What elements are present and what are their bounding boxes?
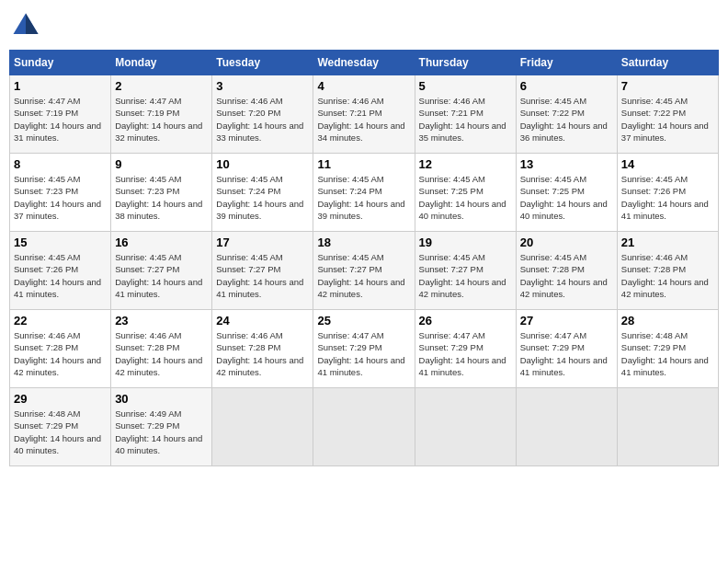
day-info: Sunrise: 4:49 AMSunset: 7:29 PMDaylight:… xyxy=(115,408,202,455)
calendar-day-cell xyxy=(415,388,516,466)
calendar-day-cell: 11 Sunrise: 4:45 AMSunset: 7:24 PMDaylig… xyxy=(313,154,415,232)
calendar-day-header: Wednesday xyxy=(313,51,415,75)
day-info: Sunrise: 4:45 AMSunset: 7:27 PMDaylight:… xyxy=(317,252,404,299)
day-info: Sunrise: 4:45 AMSunset: 7:28 PMDaylight:… xyxy=(520,252,608,299)
day-info: Sunrise: 4:45 AMSunset: 7:23 PMDaylight:… xyxy=(115,174,202,221)
calendar-day-cell: 12 Sunrise: 4:45 AMSunset: 7:25 PMDaylig… xyxy=(415,154,516,232)
calendar-day-cell: 7 Sunrise: 4:45 AMSunset: 7:22 PMDayligh… xyxy=(617,75,718,154)
calendar-day-cell xyxy=(212,388,313,466)
calendar-table: SundayMondayTuesdayWednesdayThursdayFrid… xyxy=(9,50,719,466)
calendar-day-cell: 27 Sunrise: 4:47 AMSunset: 7:29 PMDaylig… xyxy=(516,310,617,388)
day-info: Sunrise: 4:45 AMSunset: 7:23 PMDaylight:… xyxy=(14,174,101,221)
calendar-day-cell: 18 Sunrise: 4:45 AMSunset: 7:27 PMDaylig… xyxy=(313,232,415,310)
day-info: Sunrise: 4:48 AMSunset: 7:29 PMDaylight:… xyxy=(621,330,709,377)
day-info: Sunrise: 4:46 AMSunset: 7:21 PMDaylight:… xyxy=(419,96,506,143)
calendar-day-cell: 14 Sunrise: 4:45 AMSunset: 7:26 PMDaylig… xyxy=(617,154,718,232)
calendar-day-cell: 26 Sunrise: 4:47 AMSunset: 7:29 PMDaylig… xyxy=(415,310,516,388)
day-number: 15 xyxy=(14,236,107,249)
day-number: 21 xyxy=(621,236,714,249)
logo-icon xyxy=(9,9,42,42)
day-info: Sunrise: 4:46 AMSunset: 7:20 PMDaylight:… xyxy=(216,96,303,143)
calendar-body: 1 Sunrise: 4:47 AMSunset: 7:19 PMDayligh… xyxy=(10,75,719,466)
calendar-week-row: 22 Sunrise: 4:46 AMSunset: 7:28 PMDaylig… xyxy=(10,310,719,388)
calendar-header-row: SundayMondayTuesdayWednesdayThursdayFrid… xyxy=(10,51,719,75)
calendar-day-header: Saturday xyxy=(617,51,718,75)
day-number: 26 xyxy=(419,314,512,327)
day-number: 5 xyxy=(419,79,512,93)
day-info: Sunrise: 4:46 AMSunset: 7:21 PMDaylight:… xyxy=(317,96,404,143)
calendar-day-cell: 24 Sunrise: 4:46 AMSunset: 7:28 PMDaylig… xyxy=(212,310,313,388)
day-number: 8 xyxy=(14,157,107,171)
calendar-day-cell: 3 Sunrise: 4:46 AMSunset: 7:20 PMDayligh… xyxy=(212,75,313,154)
day-number: 6 xyxy=(520,79,613,93)
day-info: Sunrise: 4:47 AMSunset: 7:19 PMDaylight:… xyxy=(115,96,202,143)
day-number: 22 xyxy=(14,314,107,327)
day-info: Sunrise: 4:45 AMSunset: 7:24 PMDaylight:… xyxy=(216,174,303,221)
day-info: Sunrise: 4:45 AMSunset: 7:22 PMDaylight:… xyxy=(520,96,608,143)
day-info: Sunrise: 4:45 AMSunset: 7:27 PMDaylight:… xyxy=(115,252,202,299)
day-number: 24 xyxy=(216,314,309,327)
day-info: Sunrise: 4:45 AMSunset: 7:26 PMDaylight:… xyxy=(621,174,709,221)
calendar-day-header: Monday xyxy=(111,51,212,75)
calendar-day-cell: 1 Sunrise: 4:47 AMSunset: 7:19 PMDayligh… xyxy=(10,75,111,154)
day-info: Sunrise: 4:47 AMSunset: 7:29 PMDaylight:… xyxy=(419,330,506,377)
calendar-day-header: Thursday xyxy=(415,51,516,75)
calendar-day-cell: 8 Sunrise: 4:45 AMSunset: 7:23 PMDayligh… xyxy=(10,154,111,232)
day-number: 14 xyxy=(621,157,714,171)
page-header xyxy=(9,9,719,42)
day-number: 4 xyxy=(317,79,410,93)
calendar-day-cell: 2 Sunrise: 4:47 AMSunset: 7:19 PMDayligh… xyxy=(111,75,212,154)
calendar-week-row: 15 Sunrise: 4:45 AMSunset: 7:26 PMDaylig… xyxy=(10,232,719,310)
day-info: Sunrise: 4:47 AMSunset: 7:29 PMDaylight:… xyxy=(317,330,404,377)
day-info: Sunrise: 4:45 AMSunset: 7:27 PMDaylight:… xyxy=(419,252,506,299)
day-number: 27 xyxy=(520,314,613,327)
calendar-day-cell: 29 Sunrise: 4:48 AMSunset: 7:29 PMDaylig… xyxy=(10,388,111,466)
day-number: 20 xyxy=(520,236,613,249)
day-info: Sunrise: 4:46 AMSunset: 7:28 PMDaylight:… xyxy=(216,330,303,377)
day-info: Sunrise: 4:45 AMSunset: 7:24 PMDaylight:… xyxy=(317,174,404,221)
day-number: 25 xyxy=(317,314,410,327)
day-info: Sunrise: 4:47 AMSunset: 7:19 PMDaylight:… xyxy=(14,96,101,143)
calendar-day-header: Friday xyxy=(516,51,617,75)
calendar-day-cell: 15 Sunrise: 4:45 AMSunset: 7:26 PMDaylig… xyxy=(10,232,111,310)
day-info: Sunrise: 4:47 AMSunset: 7:29 PMDaylight:… xyxy=(520,330,608,377)
calendar-day-cell: 16 Sunrise: 4:45 AMSunset: 7:27 PMDaylig… xyxy=(111,232,212,310)
day-info: Sunrise: 4:46 AMSunset: 7:28 PMDaylight:… xyxy=(115,330,202,377)
calendar-day-cell: 4 Sunrise: 4:46 AMSunset: 7:21 PMDayligh… xyxy=(313,75,415,154)
calendar-day-header: Sunday xyxy=(10,51,111,75)
day-number: 3 xyxy=(216,79,309,93)
calendar-day-cell: 21 Sunrise: 4:46 AMSunset: 7:28 PMDaylig… xyxy=(617,232,718,310)
calendar-day-cell: 19 Sunrise: 4:45 AMSunset: 7:27 PMDaylig… xyxy=(415,232,516,310)
svg-marker-1 xyxy=(26,14,39,35)
day-info: Sunrise: 4:45 AMSunset: 7:27 PMDaylight:… xyxy=(216,252,303,299)
day-number: 9 xyxy=(115,157,208,171)
calendar-day-cell: 20 Sunrise: 4:45 AMSunset: 7:28 PMDaylig… xyxy=(516,232,617,310)
calendar-day-cell xyxy=(617,388,718,466)
day-info: Sunrise: 4:45 AMSunset: 7:22 PMDaylight:… xyxy=(621,96,709,143)
day-info: Sunrise: 4:46 AMSunset: 7:28 PMDaylight:… xyxy=(14,330,101,377)
calendar-day-cell: 22 Sunrise: 4:46 AMSunset: 7:28 PMDaylig… xyxy=(10,310,111,388)
calendar-day-cell: 9 Sunrise: 4:45 AMSunset: 7:23 PMDayligh… xyxy=(111,154,212,232)
day-info: Sunrise: 4:45 AMSunset: 7:25 PMDaylight:… xyxy=(419,174,506,221)
day-number: 28 xyxy=(621,314,714,327)
day-info: Sunrise: 4:46 AMSunset: 7:28 PMDaylight:… xyxy=(621,252,709,299)
calendar-day-cell xyxy=(516,388,617,466)
calendar-day-cell: 30 Sunrise: 4:49 AMSunset: 7:29 PMDaylig… xyxy=(111,388,212,466)
calendar-day-cell: 13 Sunrise: 4:45 AMSunset: 7:25 PMDaylig… xyxy=(516,154,617,232)
calendar-week-row: 29 Sunrise: 4:48 AMSunset: 7:29 PMDaylig… xyxy=(10,388,719,466)
calendar-day-cell: 23 Sunrise: 4:46 AMSunset: 7:28 PMDaylig… xyxy=(111,310,212,388)
day-number: 10 xyxy=(216,157,309,171)
calendar-day-cell: 10 Sunrise: 4:45 AMSunset: 7:24 PMDaylig… xyxy=(212,154,313,232)
day-number: 29 xyxy=(14,392,107,406)
day-info: Sunrise: 4:48 AMSunset: 7:29 PMDaylight:… xyxy=(14,408,101,455)
calendar-day-cell: 6 Sunrise: 4:45 AMSunset: 7:22 PMDayligh… xyxy=(516,75,617,154)
calendar-day-cell: 5 Sunrise: 4:46 AMSunset: 7:21 PMDayligh… xyxy=(415,75,516,154)
calendar-week-row: 1 Sunrise: 4:47 AMSunset: 7:19 PMDayligh… xyxy=(10,75,719,154)
day-number: 13 xyxy=(520,157,613,171)
calendar-day-cell xyxy=(313,388,415,466)
day-number: 18 xyxy=(317,236,410,249)
day-number: 12 xyxy=(419,157,512,171)
day-info: Sunrise: 4:45 AMSunset: 7:26 PMDaylight:… xyxy=(14,252,101,299)
calendar-day-header: Tuesday xyxy=(212,51,313,75)
calendar-day-cell: 25 Sunrise: 4:47 AMSunset: 7:29 PMDaylig… xyxy=(313,310,415,388)
